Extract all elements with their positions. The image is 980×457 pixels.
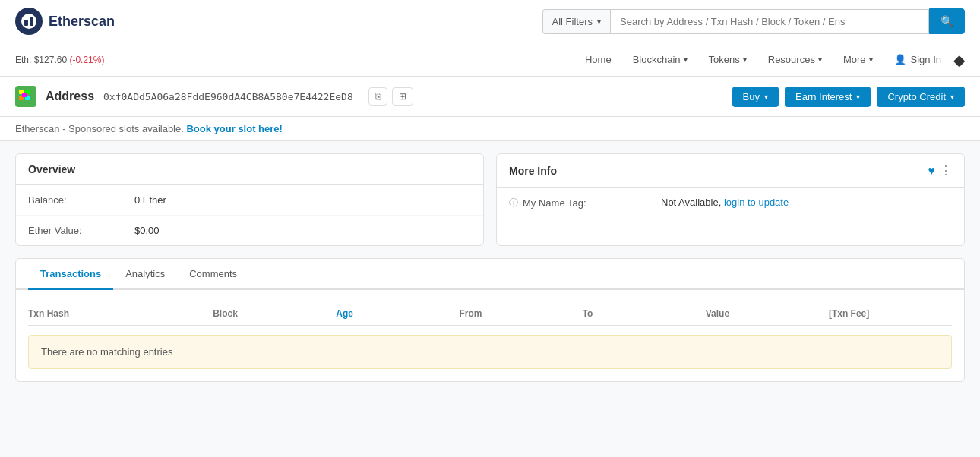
more-info-header-actions: ♥ ⋮ xyxy=(928,163,953,178)
address-hash: 0xf0ADd5A06a28FddE960dA4CB8A5B0e7E4422Ee… xyxy=(103,91,353,102)
col-from: From xyxy=(459,308,582,319)
favorite-button[interactable]: ♥ xyxy=(928,163,936,178)
name-tag-label-wrap: ⓘ My Name Tag: xyxy=(509,197,661,210)
balance-label: Balance: xyxy=(28,194,134,206)
svg-rect-2 xyxy=(30,17,33,26)
help-icon[interactable]: ⓘ xyxy=(509,197,518,210)
header-bottom: Eth: $127.60 (-0.21%) Home Blockchain ▾ … xyxy=(15,43,965,76)
address-action-buttons: ⎘ ⊞ xyxy=(368,87,413,106)
ether-value: $0.00 xyxy=(134,225,160,236)
balance-value: 0 Ether xyxy=(134,194,166,206)
crypto-chevron-icon: ▾ xyxy=(950,93,954,101)
name-tag-row: ⓘ My Name Tag: Not Available, login to u… xyxy=(497,188,964,219)
earn-interest-button[interactable]: Earn Interest ▾ xyxy=(785,87,871,107)
ether-value-row: Ether Value: $0.00 xyxy=(16,216,483,245)
header-top: Etherscan All Filters ▾ 🔍 xyxy=(15,0,965,43)
main-nav: Home Blockchain ▾ Tokens ▾ Resources ▾ M… xyxy=(576,49,965,70)
address-bar: Address 0xf0ADd5A06a28FddE960dA4CB8A5B0e… xyxy=(0,77,980,117)
tab-analytics[interactable]: Analytics xyxy=(113,259,177,290)
col-txn-fee: [Txn Fee] xyxy=(829,308,952,319)
more-options-button[interactable]: ⋮ xyxy=(940,163,952,178)
earn-chevron-icon: ▾ xyxy=(856,93,860,101)
address-label: Address xyxy=(46,90,94,103)
tabs-header: Transactions Analytics Comments xyxy=(16,259,964,290)
qr-code-button[interactable]: ⊞ xyxy=(392,87,413,106)
login-to-update-link[interactable]: login to update xyxy=(724,197,789,208)
copy-address-button[interactable]: ⎘ xyxy=(368,87,387,106)
tokens-chevron-icon: ▾ xyxy=(743,55,747,64)
main-content: Overview Balance: 0 Ether Ether Value: $… xyxy=(0,141,980,394)
address-action-area: Buy ▾ Earn Interest ▾ Crypto Credit ▾ xyxy=(732,87,965,107)
nav-resources[interactable]: Resources ▾ xyxy=(759,49,831,70)
ether-value-label: Ether Value: xyxy=(28,225,134,236)
nav-more[interactable]: More ▾ xyxy=(834,49,882,70)
logo-icon xyxy=(15,8,43,35)
buy-button[interactable]: Buy ▾ xyxy=(732,87,779,107)
svg-rect-7 xyxy=(22,93,27,97)
info-cards-row: Overview Balance: 0 Ether Ether Value: $… xyxy=(15,153,965,246)
sign-in-link[interactable]: 👤 Sign In xyxy=(885,49,950,70)
eth-change: (-0.21%) xyxy=(69,55,104,65)
more-info-card-header: More Info ♥ ⋮ xyxy=(497,154,964,188)
search-input[interactable] xyxy=(610,9,929,34)
search-area: All Filters ▾ 🔍 xyxy=(542,8,965,34)
col-value: Value xyxy=(706,308,829,319)
col-block: Block xyxy=(213,308,336,319)
tab-transactions[interactable]: Transactions xyxy=(28,259,113,290)
chevron-down-icon: ▾ xyxy=(597,17,601,26)
filter-label: All Filters xyxy=(552,16,593,27)
sponsor-link[interactable]: Book your slot here! xyxy=(186,123,282,134)
sponsor-bar: Etherscan - Sponsored slots available. B… xyxy=(0,117,980,141)
eth-price: Eth: $127.60 (-0.21%) xyxy=(15,55,104,65)
nav-home[interactable]: Home xyxy=(576,49,621,70)
filter-dropdown[interactable]: All Filters ▾ xyxy=(542,9,610,34)
tabs-section: Transactions Analytics Comments Txn Hash… xyxy=(15,258,965,382)
table-header: Txn Hash Block Age From To Value [Txn Fe… xyxy=(28,302,952,326)
search-button[interactable]: 🔍 xyxy=(929,8,965,34)
svg-point-0 xyxy=(21,14,36,29)
identicon-svg xyxy=(17,88,34,105)
buy-chevron-icon: ▾ xyxy=(764,93,768,101)
name-tag-label: My Name Tag: xyxy=(523,197,586,209)
overview-card: Overview Balance: 0 Ether Ether Value: $… xyxy=(15,153,484,246)
more-info-card: More Info ♥ ⋮ ⓘ My Name Tag: Not Availab… xyxy=(496,153,965,246)
logo[interactable]: Etherscan xyxy=(15,8,115,35)
more-chevron-icon: ▾ xyxy=(869,55,873,64)
crypto-credit-button[interactable]: Crypto Credit ▾ xyxy=(877,87,965,107)
name-tag-value: Not Available, login to update xyxy=(661,197,789,208)
etherscan-logo-svg xyxy=(21,13,37,30)
balance-row: Balance: 0 Ether xyxy=(16,185,483,216)
col-to: To xyxy=(583,308,706,319)
nav-tokens[interactable]: Tokens ▾ xyxy=(700,49,756,70)
logo-text: Etherscan xyxy=(49,14,115,30)
transactions-table-section: Txn Hash Block Age From To Value [Txn Fe… xyxy=(16,290,964,381)
col-txn-hash: Txn Hash xyxy=(28,308,213,319)
eth-diamond-icon: ◆ xyxy=(953,51,965,69)
blockchain-chevron-icon: ▾ xyxy=(684,55,688,64)
col-age[interactable]: Age xyxy=(336,308,459,319)
user-icon: 👤 xyxy=(894,54,906,65)
header: Etherscan All Filters ▾ 🔍 Eth: $127.60 (… xyxy=(0,0,980,77)
address-identicon xyxy=(15,86,36,107)
no-entries-message: There are no matching entries xyxy=(28,335,952,369)
overview-card-header: Overview xyxy=(16,154,483,185)
tab-comments[interactable]: Comments xyxy=(177,259,249,290)
resources-chevron-icon: ▾ xyxy=(818,55,822,64)
nav-blockchain[interactable]: Blockchain ▾ xyxy=(624,49,697,70)
svg-rect-1 xyxy=(24,20,28,26)
